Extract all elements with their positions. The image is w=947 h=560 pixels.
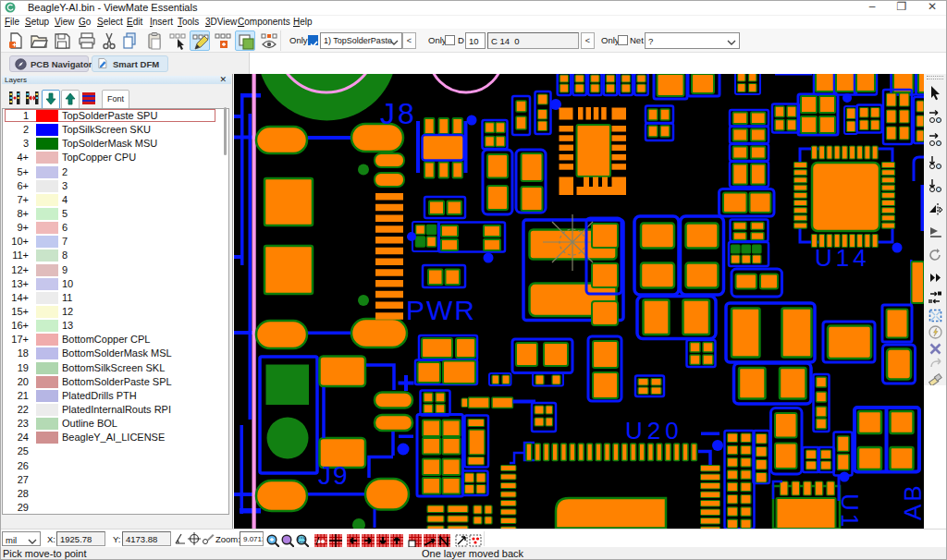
svg-text:AB: AB — [899, 482, 924, 520]
svg-text:PWR: PWR — [406, 295, 476, 325]
svg-text:U20: U20 — [625, 417, 683, 444]
svg-text:U1: U1 — [836, 493, 864, 529]
svg-text:U14: U14 — [815, 244, 870, 272]
svg-text:J9: J9 — [318, 461, 350, 490]
svg-text:J8: J8 — [380, 97, 417, 130]
